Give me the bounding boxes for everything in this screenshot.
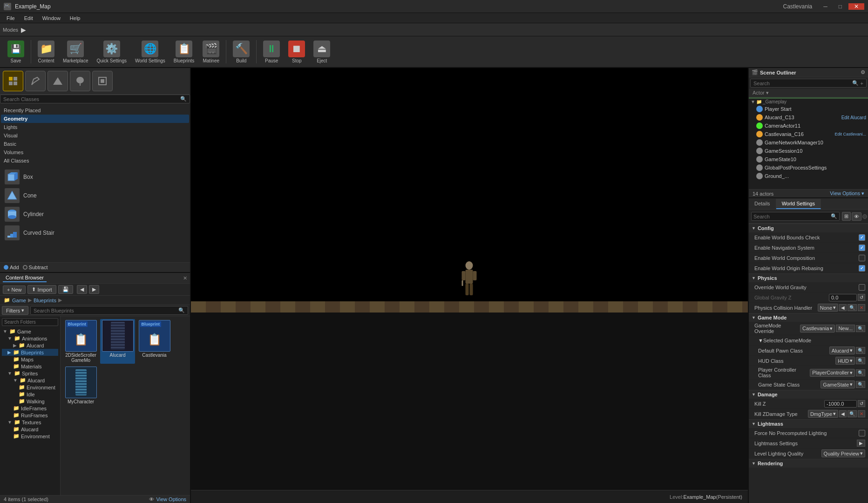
asset-castlevania[interactable]: Blueprint 📋 Castlevania (137, 319, 172, 364)
kill-z-nav[interactable]: ◀ (839, 410, 847, 417)
nav-basic[interactable]: Basic (1, 140, 189, 148)
game-state-search[interactable]: 🔍 (856, 381, 865, 388)
import-button[interactable]: ⬆ Import (27, 285, 56, 294)
pause-button[interactable]: ⏸ Pause (259, 38, 284, 66)
filters-button[interactable]: Filters ▾ (2, 306, 28, 315)
game-state-dropdown[interactable]: GameState ▾ (821, 381, 855, 388)
hud-search[interactable]: 🔍 (856, 357, 865, 364)
nav-lights[interactable]: Lights (1, 123, 189, 131)
gamemode-search-btn[interactable]: 🔍 (856, 325, 865, 332)
details-search-input[interactable] (753, 214, 831, 219)
gamemode-override-dropdown[interactable]: Castlevania ▾ (800, 325, 835, 333)
force-no-precomputed-checkbox[interactable] (859, 430, 865, 436)
player-start-item[interactable]: Player Start (749, 105, 868, 113)
castlevania-c16-item[interactable]: Castlevania_C16 Edit Castlevani... (749, 130, 868, 138)
details-grid-btn[interactable]: ⊞ (842, 212, 851, 221)
lightmass-settings-expand[interactable]: ▶ (857, 440, 865, 447)
forward-button[interactable]: ▶ (89, 285, 99, 294)
asset-mycharacter[interactable]: MyCharacter (63, 366, 98, 405)
game-mode-section[interactable]: ▼ Game Mode (749, 313, 868, 322)
enable-world-origin-checkbox[interactable]: ✓ (859, 265, 865, 272)
player-controller-search[interactable]: 🔍 (856, 369, 865, 376)
folder-alucard-textures[interactable]: 📁 Alucard (2, 426, 58, 433)
kill-z-reset[interactable]: ↺ (858, 400, 865, 407)
folder-environment-textures[interactable]: 📁 Environment (2, 433, 58, 440)
asset-2dsidescroller[interactable]: Blueprint 📋 2DSideScrollerGameMo (63, 319, 98, 364)
search-classes-input[interactable] (3, 96, 180, 102)
physics-search-btn[interactable]: 🔍 (848, 304, 857, 311)
content-browser-tab[interactable]: Content Browser (3, 274, 47, 282)
physics-nav-btn[interactable]: ◀ (839, 304, 847, 311)
folder-sprites[interactable]: ▼ 📁 Sprites (2, 370, 58, 377)
paint-mode-btn[interactable] (25, 71, 46, 91)
viewport[interactable]: Level: Example_Map (Persistent) (191, 68, 748, 503)
physics-section[interactable]: ▼ Physics (749, 273, 868, 282)
folder-idle-frames[interactable]: 📁 IdleFrames (2, 405, 58, 412)
override-gravity-checkbox[interactable] (859, 284, 865, 291)
enable-world-composition-checkbox[interactable] (859, 255, 865, 261)
folder-blueprints[interactable]: ▶ 📁 Blueprints (2, 349, 58, 356)
outliner-settings-icon[interactable]: ⚙ (861, 69, 865, 75)
close-btn[interactable]: ✕ (848, 3, 864, 10)
geo-item-cone[interactable]: Cone (2, 186, 188, 205)
folder-alucard-anim[interactable]: ▶ 📁 Alucard (2, 342, 58, 349)
view-options-btn[interactable]: View Options ▾ (830, 190, 864, 197)
ground-item[interactable]: Ground_... (749, 172, 868, 180)
player-controller-dropdown[interactable]: PlayerController ▾ (810, 369, 855, 377)
outliner-add-icon[interactable]: + (861, 81, 863, 86)
nav-visual[interactable]: Visual (1, 131, 189, 140)
folder-search-input[interactable] (4, 319, 56, 325)
gamesession-item[interactable]: GameSession10 (749, 147, 868, 155)
world-settings-tab[interactable]: World Settings (776, 199, 821, 209)
lightmass-section[interactable]: ▼ Lightmass (749, 419, 868, 428)
folder-game[interactable]: ▼ 📁 Game (2, 328, 58, 335)
nav-geometry[interactable]: Geometry (1, 115, 189, 123)
damage-section[interactable]: ▼ Damage (749, 390, 868, 399)
default-pawn-search[interactable]: 🔍 (856, 347, 865, 354)
nav-all-classes[interactable]: All Classes (1, 156, 189, 165)
bc-game[interactable]: Game (12, 298, 26, 303)
maximize-btn[interactable]: □ (834, 3, 847, 10)
kill-z-input[interactable] (824, 400, 857, 408)
castlevania-c16-action[interactable]: Edit Castlevani... (834, 132, 866, 136)
details-tab[interactable]: Details (749, 199, 776, 209)
folder-run-frames[interactable]: 📁 RunFrames (2, 412, 58, 419)
alucard-c13-action[interactable]: Edit Alucard (841, 115, 866, 120)
kill-z-search[interactable]: 🔍 (848, 410, 857, 417)
geo-item-cylinder[interactable]: Cylinder (2, 205, 188, 224)
nav-recently-placed[interactable]: Recently Placed (1, 106, 189, 115)
menu-help[interactable]: Help (65, 15, 85, 21)
details-color-dot[interactable] (862, 214, 867, 219)
folder-environment[interactable]: 📁 Environment (2, 384, 58, 391)
back-button[interactable]: ◀ (77, 285, 87, 294)
alucard-c13-item[interactable]: Alucard_C13 Edit Alucard (749, 113, 868, 122)
physics-collision-dropdown[interactable]: None ▾ (818, 304, 838, 312)
viewport-top[interactable] (191, 68, 748, 313)
level-lighting-quality-dropdown[interactable]: Quality Preview ▾ (821, 449, 865, 457)
actor-filter[interactable]: Actor ▾ (749, 89, 868, 97)
gamenetwork-item[interactable]: GameNetworkManager10 (749, 138, 868, 147)
stop-button[interactable]: ⏹ Stop (285, 38, 309, 66)
content-browser-close[interactable]: ✕ (183, 275, 187, 281)
config-section[interactable]: ▼ Config (749, 224, 868, 232)
camera-actor-item[interactable]: CameraActor11 (749, 122, 868, 130)
world-settings-button[interactable]: 🌐 World Settings (131, 38, 169, 66)
build-button[interactable]: 🔨 Build (229, 38, 253, 66)
kill-z-damage-type-dropdown[interactable]: DmgType ▾ (808, 410, 838, 418)
folder-maps[interactable]: 📁 Maps (2, 356, 58, 363)
enable-world-bounds-checkbox[interactable]: ✓ (859, 234, 865, 241)
menu-file[interactable]: File (2, 15, 20, 21)
folder-alucard-sprites[interactable]: ▼ 📁 Alucard (2, 377, 58, 384)
menu-window[interactable]: Window (38, 15, 65, 21)
content-search-input[interactable] (34, 308, 178, 313)
eject-button[interactable]: ⏏ Eject (310, 38, 334, 66)
save-content-button[interactable]: 💾 (58, 285, 73, 294)
global-gravity-z-reset[interactable]: ↺ (858, 294, 865, 301)
default-pawn-dropdown[interactable]: Alucard ▾ (829, 347, 855, 354)
folder-idle[interactable]: 📁 Idle (2, 391, 58, 398)
foliage-mode-btn[interactable] (70, 71, 90, 91)
global-gravity-z-input[interactable] (829, 294, 857, 301)
folder-animations[interactable]: ▼ 📁 Animations (2, 335, 58, 342)
folder-materials[interactable]: 📁 Materials (2, 363, 58, 370)
blueprints-button[interactable]: 📋 Blueprints (170, 38, 198, 66)
